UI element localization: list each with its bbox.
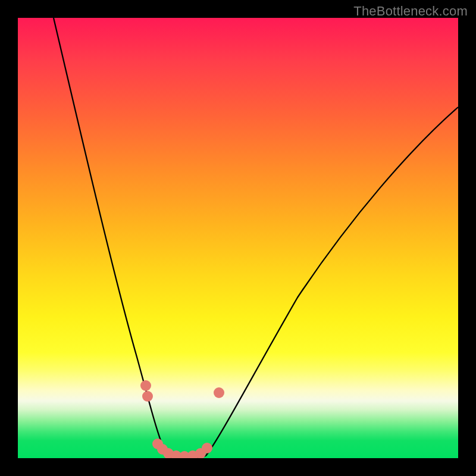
bead bbox=[142, 391, 153, 402]
watermark-text: TheBottleneck.com bbox=[353, 4, 468, 19]
right-curve bbox=[206, 107, 458, 456]
left-curve bbox=[54, 18, 168, 457]
curve-layer bbox=[18, 18, 458, 458]
bead bbox=[140, 380, 151, 391]
plot-area bbox=[18, 18, 458, 458]
chart-frame: TheBottleneck.com bbox=[0, 0, 476, 476]
bead bbox=[214, 387, 224, 398]
bead bbox=[202, 443, 212, 453]
